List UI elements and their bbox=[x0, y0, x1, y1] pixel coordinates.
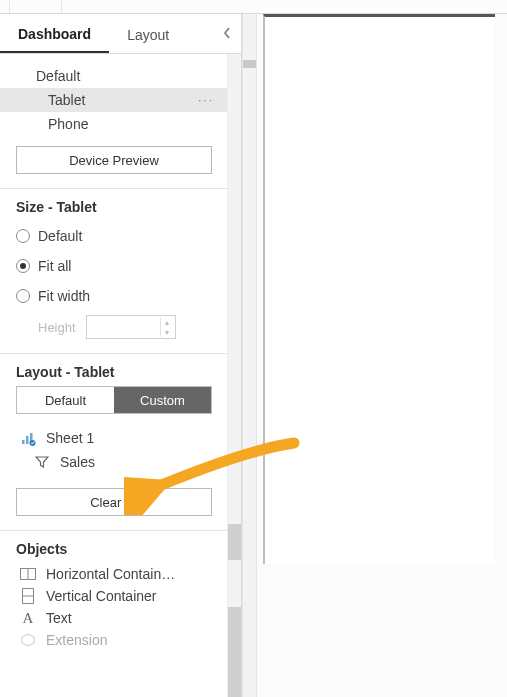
device-item-tablet[interactable]: Tablet ··· bbox=[0, 88, 228, 112]
scroll-thumb[interactable] bbox=[228, 607, 241, 697]
device-item-label: Tablet bbox=[48, 92, 85, 108]
divider-scrollbar[interactable] bbox=[242, 14, 256, 697]
chevron-left-icon bbox=[223, 27, 231, 39]
objects-section: Objects Horizontal Contain… bbox=[0, 531, 228, 665]
section-title-objects: Objects bbox=[16, 541, 212, 557]
top-toolbar bbox=[0, 0, 507, 14]
scroll-thumb[interactable] bbox=[228, 524, 241, 560]
radio-label: Fit width bbox=[38, 288, 90, 304]
radio-label: Default bbox=[38, 228, 82, 244]
collapse-panel-button[interactable] bbox=[213, 26, 241, 42]
text-icon: A bbox=[20, 610, 36, 626]
radio-size-fit-all[interactable]: Fit all bbox=[16, 251, 212, 281]
panel-scrollbar[interactable] bbox=[227, 54, 241, 697]
device-item-label: Phone bbox=[48, 116, 88, 132]
object-label: Text bbox=[46, 610, 72, 626]
layout-item-sales[interactable]: Sales bbox=[20, 450, 212, 474]
spinner-icon[interactable]: ▲▼ bbox=[160, 317, 174, 337]
height-input[interactable]: ▲▼ bbox=[86, 315, 176, 339]
svg-rect-1 bbox=[26, 436, 29, 444]
height-label: Height bbox=[38, 320, 76, 335]
radio-icon bbox=[16, 259, 30, 273]
object-horizontal-container[interactable]: Horizontal Contain… bbox=[20, 563, 212, 585]
layout-mode-segmented: Default Custom bbox=[16, 386, 212, 414]
device-item-phone[interactable]: Phone bbox=[0, 112, 228, 136]
filter-icon bbox=[34, 454, 50, 470]
extension-icon bbox=[20, 632, 36, 648]
radio-size-default[interactable]: Default bbox=[16, 221, 212, 251]
size-section: Size - Tablet Default Fit all Fit width bbox=[0, 189, 228, 354]
layout-item-label: Sheet 1 bbox=[46, 430, 94, 446]
dashboard-side-panel: Dashboard Layout Default Tablet ··· bbox=[0, 14, 242, 697]
radio-size-fit-width[interactable]: Fit width bbox=[16, 281, 212, 311]
worksheet-icon bbox=[20, 430, 36, 446]
object-extension[interactable]: Extension bbox=[20, 629, 212, 651]
seg-default[interactable]: Default bbox=[17, 387, 114, 413]
object-label: Vertical Container bbox=[46, 588, 157, 604]
more-icon[interactable]: ··· bbox=[198, 93, 214, 107]
canvas-frame bbox=[263, 14, 495, 564]
layout-section: Layout - Tablet Default Custom bbox=[0, 354, 228, 531]
layout-item-sheet1[interactable]: Sheet 1 bbox=[20, 426, 212, 450]
horizontal-container-icon bbox=[20, 566, 36, 582]
tab-dashboard[interactable]: Dashboard bbox=[0, 14, 109, 53]
radio-label: Fit all bbox=[38, 258, 71, 274]
layout-item-label: Sales bbox=[60, 454, 95, 470]
height-row: Height ▲▼ bbox=[16, 311, 212, 339]
device-item-label: Default bbox=[36, 68, 80, 84]
object-text[interactable]: A Text bbox=[20, 607, 212, 629]
object-vertical-container[interactable]: Vertical Container bbox=[20, 585, 212, 607]
dashboard-canvas[interactable] bbox=[256, 14, 507, 697]
section-title-layout: Layout - Tablet bbox=[16, 364, 212, 380]
radio-icon bbox=[16, 289, 30, 303]
section-title-size: Size - Tablet bbox=[16, 199, 212, 215]
svg-rect-0 bbox=[22, 440, 25, 444]
seg-custom[interactable]: Custom bbox=[114, 387, 211, 413]
panel-tabs: Dashboard Layout bbox=[0, 14, 241, 54]
object-label: Extension bbox=[46, 632, 107, 648]
tab-layout[interactable]: Layout bbox=[109, 15, 187, 53]
device-item-default[interactable]: Default bbox=[0, 64, 228, 88]
scroll-thumb[interactable] bbox=[243, 60, 257, 68]
device-section: Default Tablet ··· Phone Device Preview bbox=[0, 54, 228, 189]
object-label: Horizontal Contain… bbox=[46, 566, 175, 582]
radio-icon bbox=[16, 229, 30, 243]
vertical-container-icon bbox=[20, 588, 36, 604]
device-preview-button[interactable]: Device Preview bbox=[16, 146, 212, 174]
clear-all-button[interactable]: Clear all bbox=[16, 488, 212, 516]
